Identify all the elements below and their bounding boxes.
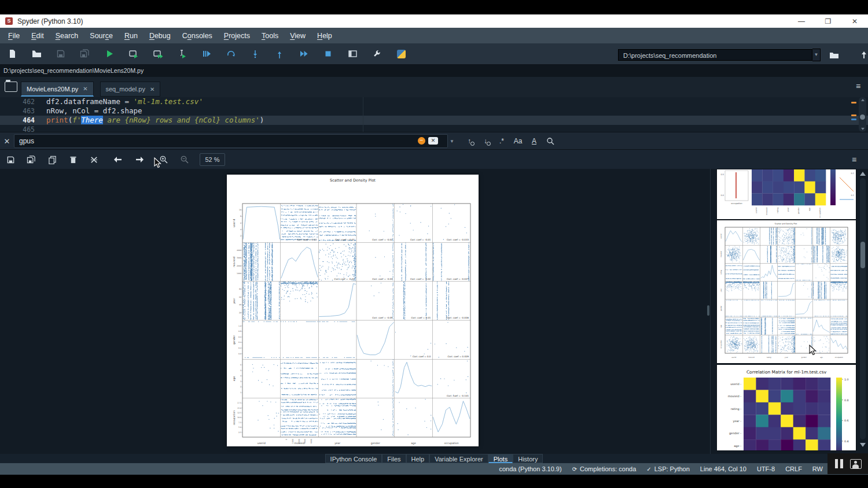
tab-close-icon[interactable]: ✕: [83, 86, 87, 92]
thumbnails-scroll-down-icon[interactable]: [860, 443, 866, 447]
code-editor[interactable]: 462df2.dataframeName = 'ml-1m.test.csv'4…: [0, 97, 868, 132]
code-line-465[interactable]: 465: [0, 125, 868, 132]
browse-tabs-icon[interactable]: [5, 82, 17, 92]
pane-tab-variable-explorer[interactable]: Variable Explorer: [429, 454, 488, 463]
menu-projects[interactable]: Projects: [218, 29, 256, 42]
svg-text:Corr. coef = -0.101: Corr. coef = -0.101: [447, 394, 469, 397]
menu-help[interactable]: Help: [311, 29, 338, 42]
run-file-button[interactable]: [102, 46, 117, 61]
menu-consoles[interactable]: Consoles: [176, 29, 218, 42]
python-logo-icon: [397, 50, 406, 58]
editor-options-menu-icon[interactable]: ≡: [856, 82, 860, 91]
svg-text:0.5: 0.5: [720, 173, 724, 176]
menu-search[interactable]: Search: [50, 29, 84, 42]
rerun-cell-button[interactable]: [199, 46, 214, 61]
status-encoding[interactable]: UTF-8: [757, 465, 775, 472]
svg-text:4000: 4000: [310, 439, 312, 443]
save-all-plots-button[interactable]: [24, 152, 39, 167]
working-directory-dropdown[interactable]: ▼: [812, 49, 821, 61]
code-line-463[interactable]: 463nRow, nCol = df2.shape: [0, 106, 868, 116]
case-sensitive-toggle-icon[interactable]: Aa: [510, 134, 525, 148]
minimize-button[interactable]: —: [793, 14, 810, 28]
editor-scrollbar[interactable]: [859, 97, 866, 132]
plot-thumbnail-partial[interactable]: 0.50.0occupationuseridmovieidratingyearg…: [716, 169, 856, 220]
menu-run[interactable]: Run: [119, 29, 144, 42]
remove-all-plots-button[interactable]: [86, 152, 101, 167]
pause-icon[interactable]: [840, 459, 843, 468]
find-history-dropdown-icon[interactable]: ▼: [448, 134, 455, 148]
browse-directory-button[interactable]: [826, 47, 841, 62]
editor-tab-movielens20m.py[interactable]: MovieLens20M.py✕: [21, 82, 94, 97]
pane-tab-help[interactable]: Help: [406, 454, 430, 463]
next-plot-button[interactable]: [133, 152, 148, 167]
plot-thumbnail-corr-heatmap[interactable]: Correlation Matrix for ml-1m.test.csvuse…: [716, 364, 856, 451]
menu-debug[interactable]: Debug: [144, 29, 176, 42]
remove-plot-button[interactable]: [65, 152, 80, 167]
code-line-462[interactable]: 462df2.dataframeName = 'ml-1m.test.csv': [0, 97, 868, 106]
menu-source[interactable]: Source: [84, 29, 119, 42]
plots-options-menu-icon[interactable]: ≡: [852, 155, 856, 164]
menu-view[interactable]: View: [284, 29, 311, 42]
svg-text:occupation: occupation: [835, 357, 844, 358]
menu-file[interactable]: File: [2, 29, 25, 42]
clear-search-icon[interactable]: ✕: [428, 137, 438, 145]
find-next-icon[interactable]: ↓: [478, 134, 493, 148]
find-previous-icon[interactable]: ↑: [462, 134, 477, 148]
stop-debug-button[interactable]: [321, 46, 336, 61]
pane-tab-files[interactable]: Files: [382, 454, 406, 463]
code-line-464[interactable]: 464print(f'There are {nRow} rows and {nC…: [0, 116, 868, 125]
pane-tab-plots[interactable]: Plots: [488, 454, 513, 463]
pane-tab-history[interactable]: History: [513, 454, 543, 463]
tab-close-icon[interactable]: ✕: [150, 86, 155, 93]
thumbnails-scrollbar-track[interactable]: [860, 178, 866, 439]
menu-edit[interactable]: Edit: [25, 29, 50, 42]
working-directory-field[interactable]: D:\projects\seq_recommendation: [618, 49, 812, 61]
thumbnails-scroll-up-icon[interactable]: [860, 172, 866, 176]
plot-canvas[interactable]: Scatter and Density PlotCorr. coef = 0.0…: [227, 175, 479, 446]
whole-words-toggle-icon[interactable]: A: [527, 134, 542, 148]
plot-thumbnail-scatter-matrix[interactable]: Scatter and Density Plotuseriduseridmovi…: [716, 220, 856, 364]
previous-plot-button[interactable]: [110, 152, 125, 167]
editor-tab-seq_model.py[interactable]: seq_model.py✕: [100, 82, 161, 97]
pause-icon[interactable]: [835, 459, 838, 468]
zoom-out-button[interactable]: [177, 152, 192, 167]
thumbnails-scrollbar-thumb[interactable]: [860, 242, 865, 268]
status-env[interactable]: conda (Python 3.10.9): [499, 465, 561, 472]
menu-tools[interactable]: Tools: [256, 29, 284, 42]
save-all-button-disabled[interactable]: [78, 46, 93, 61]
svg-text:15.0: 15.0: [237, 407, 241, 409]
pane-tab-ipython-console[interactable]: IPython Console: [325, 454, 382, 463]
status-lsp[interactable]: LSP: Python: [654, 465, 690, 472]
preferences-wrench-button[interactable]: [369, 46, 384, 61]
regex-toggle-icon[interactable]: .*: [494, 134, 509, 148]
status-permissions[interactable]: RW: [812, 465, 823, 472]
status-eol[interactable]: CRLF: [785, 465, 802, 472]
close-button[interactable]: ✕: [846, 14, 863, 28]
splitter-handle[interactable]: [707, 305, 709, 316]
find-input[interactable]: [14, 135, 447, 147]
step-into-button[interactable]: [248, 46, 263, 61]
svg-text:0.8: 0.8: [844, 399, 849, 402]
scroll-down-icon[interactable]: [861, 128, 865, 130]
scrollbar-thumb[interactable]: [860, 114, 865, 120]
save-button-disabled[interactable]: [53, 46, 68, 61]
open-file-button[interactable]: [29, 46, 44, 61]
scroll-up-icon[interactable]: [861, 99, 865, 101]
run-selection-button[interactable]: [175, 46, 190, 61]
status-completions[interactable]: Completions: conda: [580, 465, 636, 472]
parent-directory-button[interactable]: [856, 47, 868, 62]
run-cell-button[interactable]: [126, 46, 141, 61]
python-env-button[interactable]: [393, 46, 409, 61]
new-file-button[interactable]: [5, 46, 20, 61]
restore-button[interactable]: ❐: [819, 14, 837, 28]
save-plot-button[interactable]: [3, 152, 18, 167]
maximize-pane-button[interactable]: [345, 46, 360, 61]
step-return-button[interactable]: [272, 46, 287, 61]
continue-execution-button[interactable]: [296, 46, 311, 61]
close-find-icon[interactable]: ✕: [0, 137, 14, 146]
find-in-files-icon[interactable]: [543, 134, 558, 148]
run-cell-advance-button[interactable]: [150, 46, 165, 61]
debug-file-button[interactable]: [223, 46, 238, 61]
webcam-toggle-icon[interactable]: [850, 459, 862, 469]
copy-plot-button[interactable]: [45, 152, 60, 167]
